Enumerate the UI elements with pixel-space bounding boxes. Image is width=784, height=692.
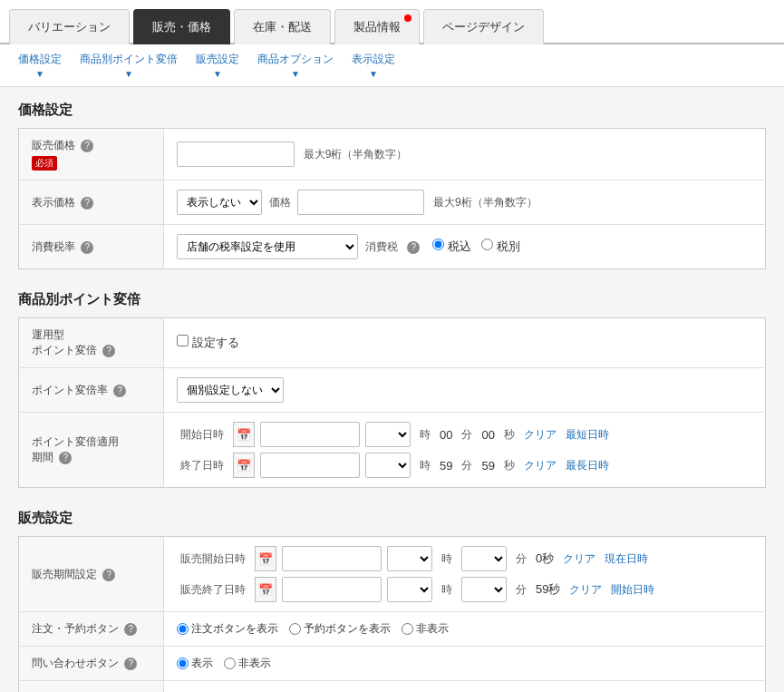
tax-rate-label-cell: 消費税率 ?	[19, 225, 164, 269]
tab-stock-shipping[interactable]: 在庫・配送	[234, 9, 331, 44]
tax-row: 消費税率 ? 店舗の税率設定を使用 消費税 ? 税込	[19, 225, 766, 269]
point-start-cal-btn[interactable]: 📅	[233, 422, 255, 447]
point-end-max-btn[interactable]: 最長日時	[566, 458, 609, 473]
tabs-bar: バリエーション 販売・価格 在庫・配送 製品情報 ページデザイン	[0, 0, 784, 44]
operation-type-label-cell: 運用型ポイント変倍 ?	[19, 318, 164, 368]
required-badge: 必須	[32, 156, 57, 171]
selling-price-label-cell: 販売価格 ? 必須	[19, 129, 164, 180]
display-price-select[interactable]: 表示しない 表示する	[177, 190, 262, 215]
order-btn-order-option[interactable]: 注文ボタンを表示	[177, 621, 278, 637]
tab-variation[interactable]: バリエーション	[9, 9, 130, 44]
point-end-cal-btn[interactable]: 📅	[233, 453, 255, 478]
subnav-product-options[interactable]: 商品オプション ▼	[257, 52, 334, 79]
selling-price-help[interactable]: ?	[81, 140, 93, 152]
inquiry-btn-value-cell: 表示 非表示	[164, 647, 766, 681]
point-start-clear-btn[interactable]: クリア	[524, 427, 557, 443]
point-rate-value-cell: 個別設定しない	[164, 368, 766, 413]
order-count-label-cell: 注文受付数 ?	[19, 681, 164, 693]
sales-end-hour-select[interactable]	[387, 577, 432, 602]
display-price-hint: 最大9桁（半角数字）	[433, 196, 537, 209]
sales-start-time-btn[interactable]: 開始日時	[611, 582, 654, 598]
sales-period-value-cell: 販売開始日時 📅 時 分 0秒 クリア 現在日時	[164, 537, 766, 612]
main-content: 価格設定 販売価格 ? 必須 最大9桁（半角数字） 表示価格 ?	[0, 87, 784, 692]
subnav-display-settings[interactable]: 表示設定 ▼	[352, 52, 395, 79]
tax-rate-help[interactable]: ?	[81, 241, 93, 254]
subnav-points[interactable]: 商品別ポイント変倍 ▼	[80, 52, 178, 79]
price-section: 価格設定 販売価格 ? 必須 最大9桁（半角数字） 表示価格 ?	[18, 102, 766, 269]
tax-include-option[interactable]: 税込	[432, 239, 474, 253]
inquiry-btn-row: 問い合わせボタン ? 表示 非表示	[19, 647, 766, 681]
display-price-row: 表示価格 ? 表示しない 表示する 価格 最大9桁（半角数字）	[19, 180, 766, 225]
inquiry-show-option[interactable]: 表示	[177, 656, 213, 671]
sales-period-help[interactable]: ?	[102, 569, 115, 581]
point-start-hour-select[interactable]	[365, 422, 411, 447]
tax-help[interactable]: ?	[407, 241, 420, 254]
sub-nav: 価格設定 ▼ 商品別ポイント変倍 ▼ 販売設定 ▼ 商品オプション ▼ 表示設定…	[0, 44, 784, 87]
inquiry-hide-radio[interactable]	[224, 658, 236, 669]
sales-end-min-select[interactable]	[461, 577, 507, 602]
price-value-input[interactable]	[297, 190, 424, 215]
point-rate-help[interactable]: ?	[113, 385, 126, 397]
inquiry-btn-help[interactable]: ?	[124, 658, 137, 670]
tax-inline-label: 消費税	[365, 240, 398, 253]
selling-price-input[interactable]	[177, 141, 295, 167]
point-start-date-input[interactable]	[260, 422, 360, 447]
tax-value-cell: 店舗の税率設定を使用 消費税 ? 税込 税別	[164, 225, 766, 269]
order-btn-value-cell: 注文ボタンを表示 予約ボタンを表示 非表示	[164, 612, 766, 647]
tax-exclude-option[interactable]: 税別	[481, 239, 520, 253]
set-checkbox[interactable]	[177, 335, 189, 346]
tab-sales-price[interactable]: 販売・価格	[133, 9, 230, 44]
point-start-min-btn[interactable]: 最短日時	[566, 427, 609, 443]
sales-form-table: 販売期間設定 ? 販売開始日時 📅 時	[18, 536, 766, 692]
price-form-table: 販売価格 ? 必須 最大9桁（半角数字） 表示価格 ? 表示しない	[18, 128, 766, 269]
order-btn-order-radio[interactable]	[177, 623, 189, 635]
sales-period-row: 販売期間設定 ? 販売開始日時 📅 時	[19, 537, 766, 612]
order-count-value-cell: 自由入力 非表示（最大回	[164, 681, 766, 693]
sales-current-time-btn[interactable]: 現在日時	[605, 551, 648, 567]
product-info-dot	[404, 15, 411, 22]
inquiry-show-radio[interactable]	[177, 658, 189, 669]
operation-type-help[interactable]: ?	[102, 345, 115, 357]
sales-end-datetime-row: 販売終了日時 📅 時 分 59秒 クリア 開始日時	[177, 577, 752, 602]
sales-start-cal-btn[interactable]: 📅	[255, 546, 276, 571]
tax-include-radio[interactable]	[432, 239, 444, 250]
point-end-hour-select[interactable]	[365, 453, 411, 478]
order-btn-help[interactable]: ?	[124, 623, 137, 636]
sales-start-date-input[interactable]	[282, 546, 382, 571]
point-rate-select[interactable]: 個別設定しない	[177, 377, 284, 403]
order-btn-radio-group: 注文ボタンを表示 予約ボタンを表示 非表示	[177, 621, 752, 637]
display-price-help[interactable]: ?	[81, 197, 93, 210]
operation-type-value-cell: 設定する	[164, 318, 766, 368]
order-btn-reserve-radio[interactable]	[289, 623, 301, 635]
tab-product-info[interactable]: 製品情報	[334, 9, 420, 44]
sales-start-hour-select[interactable]	[387, 546, 432, 571]
set-checkbox-label[interactable]: 設定する	[177, 336, 239, 349]
inquiry-btn-radio-group: 表示 非表示	[177, 656, 752, 671]
sales-end-cal-btn[interactable]: 📅	[255, 577, 276, 602]
order-btn-hidden-option[interactable]: 非表示	[402, 621, 449, 637]
points-section-title: 商品別ポイント変倍	[18, 291, 766, 308]
selling-price-hint: 最大9桁（半角数字）	[304, 148, 408, 161]
point-end-clear-btn[interactable]: クリア	[524, 458, 557, 473]
order-btn-reserve-option[interactable]: 予約ボタンを表示	[289, 621, 391, 637]
point-period-help[interactable]: ?	[59, 452, 72, 464]
order-btn-label-cell: 注文・予約ボタン ?	[19, 612, 164, 647]
order-btn-hidden-radio[interactable]	[402, 623, 413, 635]
tax-rate-select[interactable]: 店舗の税率設定を使用	[177, 234, 358, 259]
point-end-date-input[interactable]	[260, 453, 360, 478]
sales-end-date-input[interactable]	[282, 577, 382, 602]
selling-price-value-cell: 最大9桁（半角数字）	[164, 129, 766, 180]
price-inline-label: 価格	[269, 196, 291, 209]
tax-exclude-radio[interactable]	[481, 239, 493, 250]
point-rate-label-cell: ポイント変倍率 ?	[19, 368, 164, 413]
sales-start-clear-btn[interactable]: クリア	[563, 551, 595, 567]
sales-end-clear-btn[interactable]: クリア	[569, 582, 602, 598]
inquiry-hide-option[interactable]: 非表示	[224, 656, 271, 671]
subnav-sales[interactable]: 販売設定 ▼	[196, 52, 239, 79]
subnav-price[interactable]: 価格設定 ▼	[18, 52, 62, 79]
point-period-label-cell: ポイント変倍適用期間 ?	[19, 413, 164, 488]
point-rate-row: ポイント変倍率 ? 個別設定しない	[19, 368, 766, 413]
sales-start-min-select[interactable]	[461, 546, 507, 571]
tab-page-design[interactable]: ページデザイン	[423, 9, 544, 44]
point-end-datetime-row: 終了日時 📅 時 59 分 59 秒 クリア 最長日時	[177, 453, 752, 478]
